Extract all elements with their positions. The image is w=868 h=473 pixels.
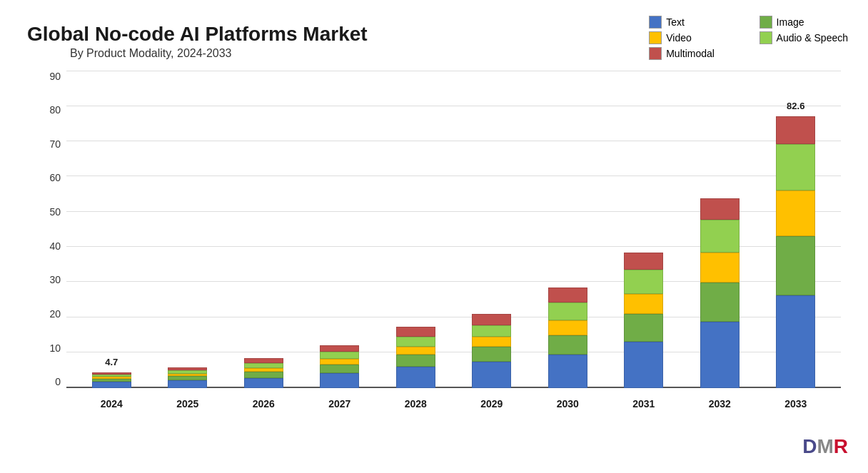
bar-segment-image	[548, 335, 587, 355]
x-axis-label: 2030	[548, 398, 587, 410]
bar-segment-text	[244, 378, 283, 388]
legend-item-text: Text	[649, 16, 737, 29]
x-axis-label: 2028	[396, 398, 435, 410]
bar-segment-audio_speech	[624, 270, 663, 295]
bar-segment-image	[472, 347, 511, 362]
bar-segment-image	[700, 283, 740, 322]
x-axis-label: 2032	[700, 398, 740, 410]
bar-segment-multimodal	[244, 358, 283, 363]
bar-stack: 4.7	[92, 372, 131, 388]
bar-segment-image	[624, 314, 663, 342]
watermark-d: D	[802, 435, 817, 457]
y-axis-label: 40	[49, 240, 66, 252]
bar-group	[700, 198, 740, 387]
bar-top-label: 82.6	[787, 101, 804, 111]
bar-segment-video	[472, 337, 511, 347]
watermark-m: M	[817, 435, 833, 457]
bar-segment-multimodal	[320, 345, 359, 352]
legend-swatch-audio_speech	[760, 31, 772, 44]
bar-group	[396, 327, 435, 387]
bar-stack	[624, 253, 663, 387]
watermark: DMR	[802, 435, 848, 458]
bar-stack	[396, 327, 435, 387]
bar-segment-text	[472, 362, 511, 388]
legend-label-video: Video	[666, 32, 692, 44]
bar-segment-multimodal	[776, 116, 815, 145]
y-axis: 9080706050403020100	[27, 67, 66, 410]
bar-segment-image	[776, 236, 815, 295]
legend-label-image: Image	[777, 16, 804, 28]
bar-segment-video	[700, 253, 740, 283]
bar-stack	[320, 345, 359, 388]
legend-swatch-multimodal	[649, 47, 662, 60]
bar-group: 4.7	[92, 372, 131, 388]
bar-segment-text	[548, 355, 587, 387]
bar-group	[472, 314, 511, 388]
bar-segment-audio_speech	[320, 352, 359, 359]
bar-segment-text	[700, 322, 740, 387]
bar-stack	[472, 314, 511, 388]
legend-item-image: Image	[760, 16, 848, 29]
bar-segment-audio_speech	[700, 220, 740, 253]
bar-stack: 82.6	[776, 116, 815, 388]
chart-container: Global No-code AI Platforms Market By Pr…	[13, 9, 855, 465]
legend: TextImageVideoAudio & SpeechMultimodal	[649, 16, 848, 60]
x-axis-label: 2024	[92, 398, 131, 410]
bar-segment-text	[776, 295, 815, 387]
bar-segment-multimodal	[472, 314, 511, 325]
bar-segment-text	[624, 342, 663, 388]
y-axis-label: 50	[49, 206, 66, 218]
chart-area: 9080706050403020100 4.782.6 202420252026…	[27, 67, 841, 410]
x-axis-label: 2031	[624, 398, 663, 410]
x-axis-label: 2025	[168, 398, 207, 410]
bar-segment-audio_speech	[548, 302, 587, 320]
x-axis-label: 2029	[472, 398, 511, 410]
bar-segment-text	[320, 373, 359, 388]
bar-group	[624, 253, 663, 387]
watermark-r: R	[834, 435, 848, 457]
bar-segment-audio_speech	[472, 325, 511, 337]
legend-item-video: Video	[649, 31, 737, 44]
bar-group: 82.6	[776, 116, 815, 388]
bar-segment-image	[244, 372, 283, 377]
x-labels: 2024202520262027202820292030203120322033	[66, 398, 841, 410]
bar-group	[244, 358, 283, 387]
bar-segment-text	[92, 382, 131, 387]
legend-swatch-text	[649, 16, 662, 29]
legend-swatch-image	[760, 16, 772, 29]
bar-group	[320, 345, 359, 388]
bar-stack	[700, 198, 740, 387]
legend-item-multimodal: Multimodal	[649, 47, 737, 60]
bar-stack	[244, 358, 283, 387]
bar-segment-video	[396, 347, 435, 355]
bar-segment-text	[168, 380, 207, 387]
y-axis-label: 80	[49, 104, 66, 116]
bar-segment-multimodal	[396, 327, 435, 337]
legend-label-text: Text	[666, 16, 685, 28]
legend-swatch-video	[649, 31, 662, 44]
legend-label-audio_speech: Audio & Speech	[777, 32, 848, 44]
y-axis-label: 0	[55, 376, 66, 387]
bar-segment-image	[320, 365, 359, 373]
bar-segment-audio_speech	[776, 144, 815, 190]
y-axis-label: 90	[49, 71, 66, 82]
bar-group	[548, 288, 587, 388]
bar-group	[168, 367, 207, 388]
bar-segment-video	[776, 190, 815, 237]
plot-area: 4.782.6 20242025202620272028202920302031…	[66, 67, 841, 410]
y-axis-label: 30	[49, 274, 66, 285]
bar-segment-text	[396, 367, 435, 388]
bar-segment-multimodal	[700, 198, 740, 220]
bar-segment-audio_speech	[244, 363, 283, 368]
bar-segment-video	[624, 294, 663, 314]
bar-segment-multimodal	[624, 253, 663, 269]
bar-segment-video	[548, 320, 587, 335]
bar-segment-audio_speech	[396, 337, 435, 347]
bar-stack	[168, 367, 207, 388]
x-axis-label: 2033	[776, 398, 815, 410]
y-axis-label: 20	[49, 308, 66, 320]
bars-row: 4.782.6	[66, 71, 841, 388]
x-axis-label: 2026	[244, 398, 283, 410]
bar-top-label: 4.7	[105, 357, 118, 367]
x-axis-label: 2027	[320, 398, 359, 410]
